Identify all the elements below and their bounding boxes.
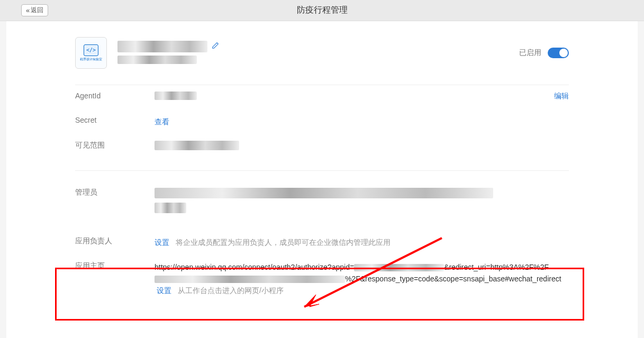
homepage-url-2: &redirect_uri=http%3A%2F%2F	[444, 263, 549, 271]
topbar: 返回 防疫行程管理	[0, 0, 644, 21]
owner-set-link[interactable]: 设置	[155, 238, 169, 246]
secret-row: Secret 查看	[75, 109, 569, 134]
status-label: 已启用	[519, 48, 541, 58]
owner-row: 应用负责人 设置 将企业成员配置为应用负责人，成员即可在企业微信内管理此应用	[75, 230, 569, 254]
view-secret-link[interactable]: 查看	[155, 117, 169, 126]
admin-row: 管理员	[75, 181, 569, 220]
app-icon: </> 程序设计实验室	[75, 37, 107, 69]
app-icon-caption: 程序设计实验室	[80, 57, 102, 62]
app-name-blurred	[117, 41, 207, 52]
app-name-area	[117, 41, 509, 66]
owner-hint: 将企业成员配置为应用负责人，成员即可在企业微信内管理此应用	[176, 238, 391, 246]
edit-link[interactable]: 编辑	[554, 92, 569, 101]
status-area: 已启用	[519, 48, 569, 58]
divider	[75, 319, 569, 319]
homepage-url-3: %2F&response_type=code&scope=snsapi_base…	[345, 275, 561, 283]
content: </> 程序设计实验室 已启用 AgentId	[6, 21, 638, 338]
app-header: </> 程序设计实验室 已启用	[75, 37, 569, 85]
divider	[75, 170, 569, 171]
back-label: 返回	[31, 6, 43, 15]
back-button[interactable]: 返回	[21, 4, 48, 16]
edit-name-icon[interactable]	[212, 42, 219, 51]
admin-label: 管理员	[75, 188, 155, 197]
owner-label: 应用负责人	[75, 236, 155, 246]
scope-row: 可见范围	[75, 134, 569, 160]
homepage-appid-blurred	[354, 264, 444, 271]
monitor-icon: </>	[84, 44, 98, 56]
homepage-label: 应用主页	[75, 261, 155, 271]
homepage-hint: 从工作台点击进入的网页/小程序	[178, 286, 284, 295]
admin-value-blurred-1	[155, 188, 493, 198]
homepage-value: https://open.weixin.qq.com/connect/oauth…	[155, 261, 569, 297]
app-desc-blurred	[117, 56, 197, 64]
agentid-value-blurred	[155, 92, 197, 100]
homepage-url-1: https://open.weixin.qq.com/connect/oauth…	[155, 263, 354, 271]
enable-toggle[interactable]	[548, 48, 569, 58]
secret-label: Secret	[75, 116, 155, 124]
admin-value-blurred-2	[155, 203, 186, 213]
homepage-row: 应用主页 https://open.weixin.qq.com/connect/…	[75, 255, 569, 303]
scope-value-blurred	[155, 141, 239, 150]
agentid-label: AgentId	[75, 92, 155, 100]
page-title: 防疫行程管理	[297, 5, 348, 16]
agentid-row: AgentId 编辑	[75, 85, 569, 109]
homepage-set-link[interactable]: 设置	[157, 286, 171, 295]
scope-label: 可见范围	[75, 141, 155, 150]
homepage-redirect-blurred	[155, 276, 345, 283]
